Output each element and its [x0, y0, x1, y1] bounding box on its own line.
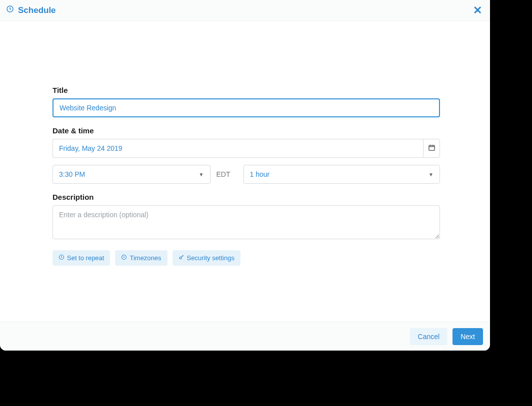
timezones-label: Timezones — [130, 254, 161, 262]
date-picker-button[interactable] — [423, 139, 440, 158]
datetime-label: Date & time — [52, 126, 440, 135]
clock-icon — [58, 254, 64, 262]
duration-select[interactable]: 1 hour ▼ — [244, 165, 440, 184]
timezones-button[interactable]: Timezones — [115, 250, 167, 266]
clock-icon — [6, 5, 14, 15]
clock-icon — [121, 254, 127, 262]
dialog-header: Schedule ✕ — [0, 0, 490, 21]
duration-value: 1 hour — [250, 170, 270, 178]
security-settings-button[interactable]: Security settings — [172, 250, 240, 266]
time-left-group: 3:30 PM ▼ EDT — [52, 165, 236, 184]
close-icon: ✕ — [473, 4, 482, 16]
header-title-group: Schedule — [6, 5, 56, 15]
time-select[interactable]: 3:30 PM ▼ — [52, 165, 210, 184]
description-textarea[interactable] — [52, 205, 440, 239]
svg-rect-1 — [428, 145, 434, 150]
timezone-label: EDT — [210, 170, 236, 178]
options-row: Set to repeat Timezones Security setting… — [52, 250, 440, 266]
svg-point-4 — [180, 257, 182, 259]
title-input[interactable] — [52, 98, 440, 117]
time-row: 3:30 PM ▼ EDT 1 hour ▼ — [52, 165, 440, 184]
close-button[interactable]: ✕ — [473, 5, 482, 16]
datetime-field: Date & time 3:30 PM ▼ — [52, 126, 440, 184]
key-icon — [178, 254, 184, 262]
caret-down-icon: ▼ — [428, 172, 434, 177]
time-value: 3:30 PM — [59, 170, 85, 178]
set-to-repeat-button[interactable]: Set to repeat — [52, 250, 110, 266]
schedule-dialog: Schedule ✕ Title Date & time — [0, 0, 490, 351]
description-label: Description — [52, 193, 440, 201]
calendar-icon — [428, 144, 436, 153]
date-input[interactable] — [52, 139, 423, 158]
next-button[interactable]: Next — [452, 328, 483, 345]
security-label: Security settings — [187, 254, 234, 262]
dialog-body: Title Date & time — [0, 21, 490, 322]
dialog-footer: Cancel Next — [0, 322, 490, 351]
date-row — [52, 139, 440, 158]
repeat-label: Set to repeat — [67, 254, 104, 262]
title-field: Title — [52, 86, 440, 117]
caret-down-icon: ▼ — [199, 172, 204, 177]
dialog-title: Schedule — [18, 5, 56, 15]
cancel-button[interactable]: Cancel — [410, 328, 448, 345]
title-label: Title — [52, 86, 440, 94]
description-field: Description — [52, 193, 440, 241]
